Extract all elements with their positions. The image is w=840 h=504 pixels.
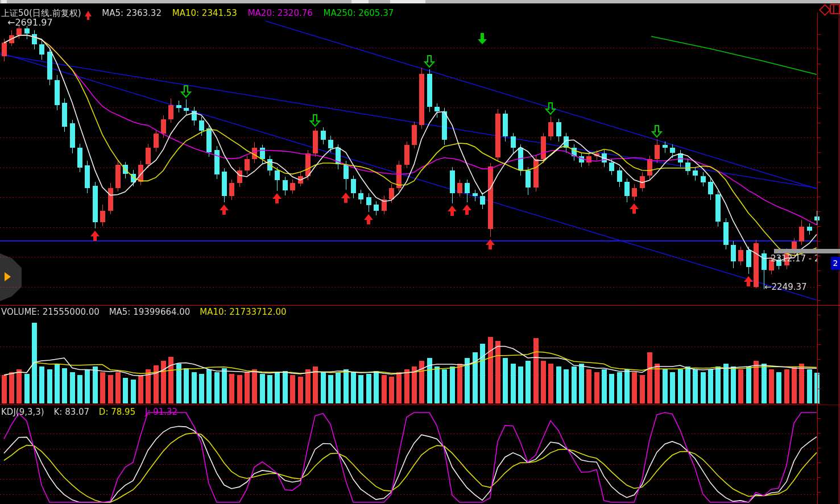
chart-canvas[interactable]	[0, 0, 840, 504]
low-price-label: ←2249.37	[764, 282, 807, 292]
kdj-d-value: D: 78.95	[99, 407, 135, 417]
ruler-drag-handle[interactable]	[774, 249, 840, 253]
main-chart-header: 上证50(日线.前复权) MA5: 2363.32 MA10: 2341.53 …	[1, 8, 402, 19]
titlebar-segment	[351, 0, 369, 3]
window-titlebar-edge	[0, 0, 840, 3]
axis-price-tag: 2	[831, 257, 840, 270]
volume-header: VOLUME: 21555000.00 MA5: 19399664.00 MA1…	[1, 307, 293, 317]
ruler-range-label: 2312.17 - 2	[771, 253, 817, 264]
peak-price-label: ←2691.97	[7, 17, 53, 28]
kdj-header: KDJ(9,3,3) K: 83.07 D: 78.95 J: 91.32	[1, 407, 184, 417]
ma10-value: MA10: 2341.53	[172, 8, 237, 18]
kdj-j-value: J: 91.32	[145, 407, 177, 417]
kdj-k-value: K: 83.07	[53, 407, 89, 417]
volume-value: VOLUME: 21555000.00	[1, 307, 100, 317]
ma20-value: MA20: 2320.76	[248, 8, 313, 18]
ma250-value: MA250: 2605.37	[324, 8, 394, 18]
split-window-icon[interactable]	[830, 4, 840, 14]
red-up-arrow-icon	[85, 11, 92, 16]
titlebar-segment	[1, 0, 7, 3]
volume-ma10-value: MA10: 21733712.00	[200, 307, 286, 317]
titlebar-segment	[390, 0, 425, 3]
expand-right-icon	[5, 272, 11, 281]
ma5-value: MA5: 2363.32	[102, 8, 162, 18]
volume-ma5-value: MA5: 19399664.00	[109, 307, 191, 317]
kdj-name[interactable]: KDJ(9,3,3)	[1, 407, 44, 417]
stock-app-window: 上证50(日线.前复权) MA5: 2363.32 MA10: 2341.53 …	[0, 0, 840, 504]
